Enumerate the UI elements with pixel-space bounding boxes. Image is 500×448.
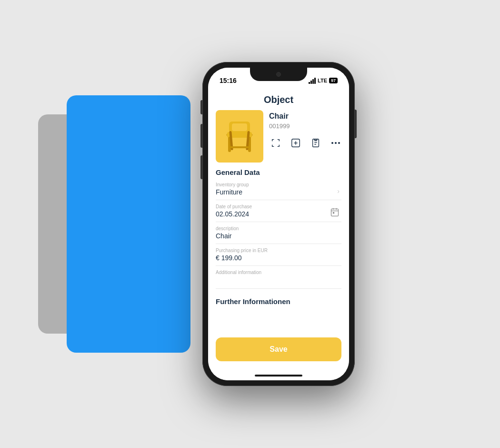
date-of-purchase-field[interactable]: Date of purchase 02.05.2024 — [216, 204, 341, 222]
general-data-title: General Data — [216, 168, 341, 176]
camera — [276, 72, 281, 77]
svg-rect-16 — [331, 209, 339, 216]
signal-bar-1 — [309, 82, 310, 84]
scroll-content[interactable]: General Data Inventory group Furniture ›… — [208, 166, 349, 333]
object-card: Chair 001999 — [216, 110, 341, 163]
signal-bar-2 — [310, 81, 312, 84]
phone-screen: 15:16 LTE 97 Object — [208, 68, 349, 380]
status-icons: LTE 97 — [309, 78, 338, 84]
object-name: Chair — [269, 112, 342, 121]
add-icon-button[interactable] — [289, 136, 302, 150]
chair-illustration — [220, 115, 259, 158]
phone-mockup: 15:16 LTE 97 Object — [202, 62, 355, 386]
purchasing-price-value: € 199.00 — [216, 254, 341, 262]
lte-text: LTE — [318, 78, 327, 83]
list-icon — [310, 138, 321, 148]
object-info: Chair 001999 — [269, 110, 342, 150]
status-time: 15:16 — [220, 77, 237, 84]
further-section: Further Informationen — [216, 293, 341, 307]
additional-info-value — [216, 276, 341, 285]
home-indicator — [208, 371, 349, 380]
additional-info-label: Additional information — [216, 270, 341, 275]
more-button[interactable] — [329, 136, 342, 150]
power-button — [355, 110, 357, 138]
date-of-purchase-value: 02.05.2024 — [216, 210, 341, 218]
battery-badge: 97 — [329, 78, 338, 83]
svg-rect-3 — [232, 123, 247, 131]
action-icons — [269, 136, 342, 150]
object-id: 001999 — [269, 122, 342, 130]
mute-button — [200, 100, 202, 114]
home-bar — [255, 375, 302, 377]
volume-down-button — [200, 155, 202, 179]
object-image — [216, 110, 263, 163]
save-button[interactable]: Save — [216, 337, 341, 361]
inventory-group-field[interactable]: Inventory group Furniture › — [216, 182, 341, 200]
more-icon — [331, 142, 340, 144]
app-title: Object — [208, 89, 349, 110]
further-title: Further Informationen — [216, 297, 341, 305]
scan-icon — [270, 138, 281, 148]
blue-shape — [67, 95, 190, 353]
purchasing-price-field[interactable]: Purchasing price in EUR € 199.00 — [216, 248, 341, 266]
signal-bars — [309, 78, 316, 84]
inventory-group-label: Inventory group — [216, 182, 341, 187]
scan-icon-button[interactable] — [269, 136, 282, 150]
list-icon-button[interactable] — [309, 136, 322, 150]
add-icon — [290, 138, 301, 148]
phone-outer: 15:16 LTE 97 Object — [202, 62, 355, 386]
background-decoration — [38, 76, 190, 372]
inventory-group-value: Furniture — [216, 188, 341, 196]
additional-info-field[interactable]: Additional information — [216, 270, 341, 289]
svg-rect-8 — [230, 146, 249, 148]
purchasing-price-label: Purchasing price in EUR — [216, 248, 341, 253]
calendar-icon-button[interactable] — [330, 207, 340, 219]
save-button-container: Save — [208, 333, 349, 371]
description-label: description — [216, 226, 341, 231]
description-value: Chair — [216, 232, 341, 240]
signal-bar-3 — [312, 79, 314, 84]
description-field[interactable]: description Chair — [216, 226, 341, 244]
svg-rect-20 — [333, 212, 334, 214]
volume-up-button — [200, 124, 202, 148]
calendar-icon — [330, 207, 340, 217]
date-of-purchase-label: Date of purchase — [216, 204, 341, 209]
signal-bar-4 — [314, 78, 316, 84]
notch — [250, 68, 307, 81]
chevron-right-icon: › — [337, 187, 340, 195]
